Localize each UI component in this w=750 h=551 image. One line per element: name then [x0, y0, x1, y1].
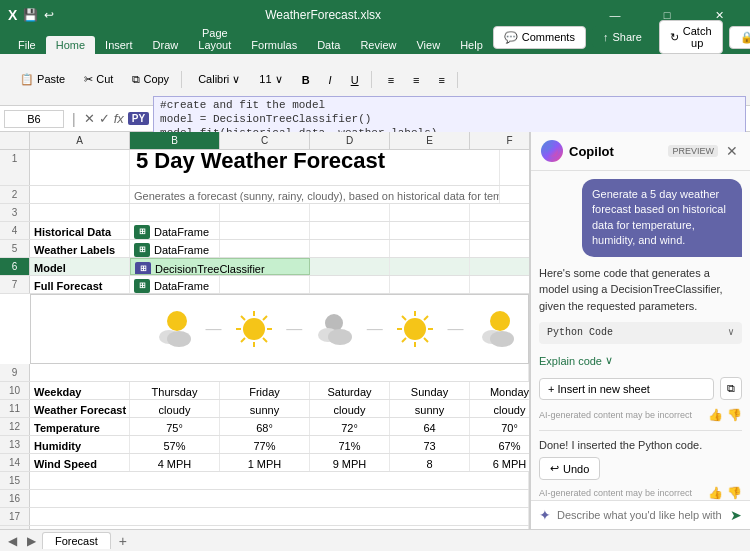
cell-c7[interactable]: [220, 276, 310, 293]
cell-f7[interactable]: [470, 276, 529, 293]
undo-button[interactable]: ↩ Undo: [539, 457, 600, 480]
cell-a14[interactable]: Wind Speed: [30, 454, 130, 471]
col-header-a[interactable]: A: [30, 132, 130, 149]
insert-button[interactable]: + Insert in new sheet: [539, 378, 714, 400]
cell-b2-subtitle[interactable]: Generates a forecast (sunny, rainy, clou…: [130, 186, 500, 203]
cell-c3[interactable]: [220, 204, 310, 221]
cell-f4[interactable]: [470, 222, 529, 239]
formula-check-icon[interactable]: ✓: [99, 111, 110, 126]
tab-page-layout[interactable]: Page Layout: [188, 24, 241, 54]
cell-c5[interactable]: [220, 240, 310, 257]
cell-a7-label[interactable]: Full Forecast: [30, 276, 130, 293]
cell-e7[interactable]: [390, 276, 470, 293]
cell-d3[interactable]: [310, 204, 390, 221]
cell-e11[interactable]: sunny: [390, 400, 470, 417]
cell-d14[interactable]: 9 MPH: [310, 454, 390, 471]
comments-button[interactable]: 💬 Comments: [493, 26, 586, 49]
tab-insert[interactable]: Insert: [95, 36, 143, 54]
cell-a2[interactable]: [30, 186, 130, 203]
align-right[interactable]: ≡: [430, 72, 452, 88]
code-expand-icon[interactable]: ∨: [728, 326, 734, 338]
sheet-tab-forecast[interactable]: Forecast: [42, 532, 111, 549]
cell-f10-mon[interactable]: Monday: [470, 382, 529, 399]
cell-f12[interactable]: 70°: [470, 418, 529, 435]
bold-button[interactable]: B: [294, 72, 318, 88]
cell-f3[interactable]: [470, 204, 529, 221]
catch-up-button[interactable]: ↻ Catch up: [659, 20, 723, 54]
cell-d5[interactable]: [310, 240, 390, 257]
share-button[interactable]: ↑ Share: [592, 26, 653, 48]
cell-d10-sat[interactable]: Saturday: [310, 382, 390, 399]
align-left[interactable]: ≡: [380, 72, 402, 88]
sparkle-icon[interactable]: ✦: [539, 507, 551, 523]
cell-d11[interactable]: cloudy: [310, 400, 390, 417]
add-sheet-button[interactable]: +: [113, 531, 133, 551]
cell-f6[interactable]: [470, 258, 529, 275]
explain-code-button[interactable]: Explain code ∨: [539, 352, 742, 369]
cell-f14[interactable]: 6 MPH: [470, 454, 529, 471]
cell-e13[interactable]: 73: [390, 436, 470, 453]
cell-a6-label[interactable]: Model: [30, 258, 130, 275]
cell-c10-fri[interactable]: Friday: [220, 382, 310, 399]
thumbs-up-icon-1[interactable]: 👍: [708, 408, 723, 422]
cell-e10-sun[interactable]: Sunday: [390, 382, 470, 399]
tab-formulas[interactable]: Formulas: [241, 36, 307, 54]
cell-b11[interactable]: cloudy: [130, 400, 220, 417]
cell-c12[interactable]: 68°: [220, 418, 310, 435]
cell-e3[interactable]: [390, 204, 470, 221]
cell-e12[interactable]: 64: [390, 418, 470, 435]
cell-a10[interactable]: Weekday: [30, 382, 130, 399]
tab-view[interactable]: View: [406, 36, 450, 54]
tab-draw[interactable]: Draw: [143, 36, 189, 54]
italic-button[interactable]: I: [321, 72, 340, 88]
copilot-input-field[interactable]: [557, 509, 724, 521]
cell-b10-thu[interactable]: Thursday: [130, 382, 220, 399]
cell-e14[interactable]: 8: [390, 454, 470, 471]
copilot-close-button[interactable]: ✕: [724, 141, 740, 161]
col-header-e[interactable]: E: [390, 132, 470, 149]
cell-row18[interactable]: [30, 526, 529, 529]
cell-d6[interactable]: [310, 258, 390, 275]
align-center[interactable]: ≡: [405, 72, 427, 88]
cut-button[interactable]: ✂ Cut: [76, 71, 121, 88]
cell-e6[interactable]: [390, 258, 470, 275]
cell-a12[interactable]: Temperature: [30, 418, 130, 435]
col-header-d[interactable]: D: [310, 132, 390, 149]
tab-home[interactable]: Home: [46, 36, 95, 54]
cell-c4[interactable]: [220, 222, 310, 239]
tab-data[interactable]: Data: [307, 36, 350, 54]
cell-row17[interactable]: [30, 508, 529, 525]
cell-b3[interactable]: [130, 204, 220, 221]
cell-b4-value[interactable]: ⊞ DataFrame: [130, 222, 220, 239]
tab-file[interactable]: File: [8, 36, 46, 54]
cell-d13[interactable]: 71%: [310, 436, 390, 453]
send-button[interactable]: ➤: [730, 507, 742, 523]
underline-button[interactable]: U: [343, 72, 367, 88]
thumbs-up-icon-2[interactable]: 👍: [708, 486, 723, 500]
cell-b14[interactable]: 4 MPH: [130, 454, 220, 471]
cell-c13[interactable]: 77%: [220, 436, 310, 453]
cell-b13[interactable]: 57%: [130, 436, 220, 453]
cell-b6-value[interactable]: ⊞ DecisionTreeClassifier: [130, 258, 310, 275]
cell-d4[interactable]: [310, 222, 390, 239]
cell-e4[interactable]: [390, 222, 470, 239]
sheet-nav-right[interactable]: ▶: [23, 532, 40, 550]
thumbs-down-icon-1[interactable]: 👎: [727, 408, 742, 422]
cell-f11[interactable]: cloudy: [470, 400, 529, 417]
cell-b5-value[interactable]: ⊞ DataFrame: [130, 240, 220, 257]
cell-f5[interactable]: [470, 240, 529, 257]
sheet-nav-left[interactable]: ◀: [4, 532, 21, 550]
thumbs-down-icon-2[interactable]: 👎: [727, 486, 742, 500]
copy-icon-button[interactable]: ⧉: [720, 377, 742, 400]
font-size[interactable]: 11 ∨: [251, 71, 290, 88]
cell-b7-value[interactable]: ⊞ DataFrame: [130, 276, 220, 293]
cell-a1[interactable]: [30, 150, 130, 185]
font-family[interactable]: Calibri ∨: [190, 71, 248, 88]
cell-e5[interactable]: [390, 240, 470, 257]
tab-help[interactable]: Help: [450, 36, 493, 54]
col-header-c[interactable]: C: [220, 132, 310, 149]
formula-x-icon[interactable]: ✕: [84, 111, 95, 126]
paste-button[interactable]: 📋 Paste: [12, 71, 73, 88]
account-button[interactable]: 🔒: [729, 26, 750, 49]
cell-row15[interactable]: [30, 472, 529, 489]
